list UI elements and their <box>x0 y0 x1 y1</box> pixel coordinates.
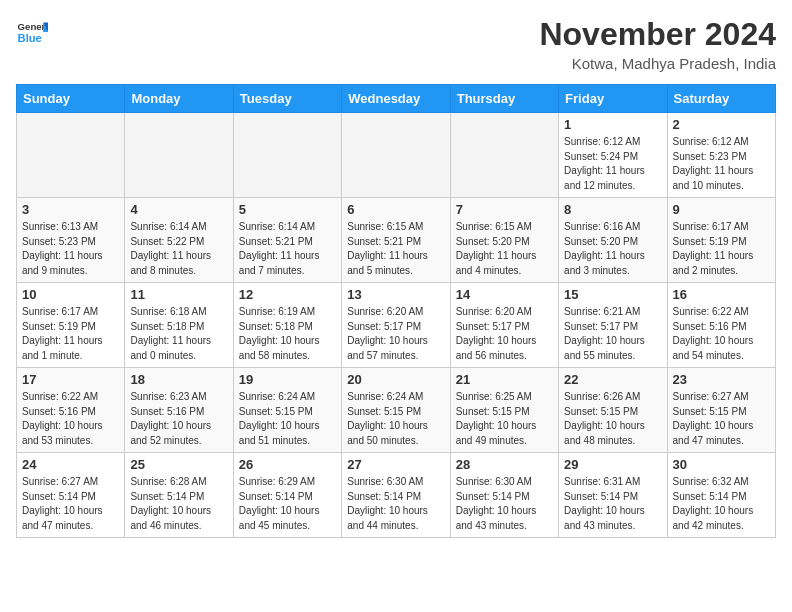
calendar-cell: 26Sunrise: 6:29 AMSunset: 5:14 PMDayligh… <box>233 453 341 538</box>
weekday-header-monday: Monday <box>125 85 233 113</box>
day-info: Sunrise: 6:13 AMSunset: 5:23 PMDaylight:… <box>22 220 119 278</box>
day-info: Sunrise: 6:17 AMSunset: 5:19 PMDaylight:… <box>673 220 770 278</box>
day-number: 5 <box>239 202 336 217</box>
calendar-cell: 9Sunrise: 6:17 AMSunset: 5:19 PMDaylight… <box>667 198 775 283</box>
calendar-cell: 20Sunrise: 6:24 AMSunset: 5:15 PMDayligh… <box>342 368 450 453</box>
day-number: 13 <box>347 287 444 302</box>
day-info: Sunrise: 6:30 AMSunset: 5:14 PMDaylight:… <box>347 475 444 533</box>
day-info: Sunrise: 6:24 AMSunset: 5:15 PMDaylight:… <box>347 390 444 448</box>
title-block: November 2024 Kotwa, Madhya Pradesh, Ind… <box>539 16 776 72</box>
calendar-table: SundayMondayTuesdayWednesdayThursdayFrid… <box>16 84 776 538</box>
calendar-cell: 25Sunrise: 6:28 AMSunset: 5:14 PMDayligh… <box>125 453 233 538</box>
calendar-cell: 22Sunrise: 6:26 AMSunset: 5:15 PMDayligh… <box>559 368 667 453</box>
day-info: Sunrise: 6:21 AMSunset: 5:17 PMDaylight:… <box>564 305 661 363</box>
calendar-week-1: 1Sunrise: 6:12 AMSunset: 5:24 PMDaylight… <box>17 113 776 198</box>
calendar-cell <box>450 113 558 198</box>
day-number: 11 <box>130 287 227 302</box>
month-title: November 2024 <box>539 16 776 53</box>
day-info: Sunrise: 6:22 AMSunset: 5:16 PMDaylight:… <box>22 390 119 448</box>
day-info: Sunrise: 6:12 AMSunset: 5:23 PMDaylight:… <box>673 135 770 193</box>
day-info: Sunrise: 6:23 AMSunset: 5:16 PMDaylight:… <box>130 390 227 448</box>
day-number: 29 <box>564 457 661 472</box>
calendar-cell: 12Sunrise: 6:19 AMSunset: 5:18 PMDayligh… <box>233 283 341 368</box>
calendar-cell: 15Sunrise: 6:21 AMSunset: 5:17 PMDayligh… <box>559 283 667 368</box>
day-info: Sunrise: 6:32 AMSunset: 5:14 PMDaylight:… <box>673 475 770 533</box>
day-info: Sunrise: 6:29 AMSunset: 5:14 PMDaylight:… <box>239 475 336 533</box>
calendar-cell <box>17 113 125 198</box>
location-title: Kotwa, Madhya Pradesh, India <box>539 55 776 72</box>
day-number: 26 <box>239 457 336 472</box>
weekday-header-saturday: Saturday <box>667 85 775 113</box>
day-info: Sunrise: 6:16 AMSunset: 5:20 PMDaylight:… <box>564 220 661 278</box>
calendar-cell: 11Sunrise: 6:18 AMSunset: 5:18 PMDayligh… <box>125 283 233 368</box>
weekday-header-thursday: Thursday <box>450 85 558 113</box>
calendar-cell: 23Sunrise: 6:27 AMSunset: 5:15 PMDayligh… <box>667 368 775 453</box>
day-number: 24 <box>22 457 119 472</box>
day-number: 22 <box>564 372 661 387</box>
calendar-cell: 10Sunrise: 6:17 AMSunset: 5:19 PMDayligh… <box>17 283 125 368</box>
calendar-cell: 8Sunrise: 6:16 AMSunset: 5:20 PMDaylight… <box>559 198 667 283</box>
calendar-cell: 3Sunrise: 6:13 AMSunset: 5:23 PMDaylight… <box>17 198 125 283</box>
day-number: 19 <box>239 372 336 387</box>
day-info: Sunrise: 6:18 AMSunset: 5:18 PMDaylight:… <box>130 305 227 363</box>
day-info: Sunrise: 6:20 AMSunset: 5:17 PMDaylight:… <box>347 305 444 363</box>
day-info: Sunrise: 6:27 AMSunset: 5:14 PMDaylight:… <box>22 475 119 533</box>
day-number: 16 <box>673 287 770 302</box>
calendar-cell: 16Sunrise: 6:22 AMSunset: 5:16 PMDayligh… <box>667 283 775 368</box>
day-number: 2 <box>673 117 770 132</box>
calendar-cell <box>125 113 233 198</box>
calendar-cell: 5Sunrise: 6:14 AMSunset: 5:21 PMDaylight… <box>233 198 341 283</box>
calendar-cell <box>233 113 341 198</box>
calendar-cell: 2Sunrise: 6:12 AMSunset: 5:23 PMDaylight… <box>667 113 775 198</box>
calendar-cell: 19Sunrise: 6:24 AMSunset: 5:15 PMDayligh… <box>233 368 341 453</box>
calendar-cell: 7Sunrise: 6:15 AMSunset: 5:20 PMDaylight… <box>450 198 558 283</box>
day-info: Sunrise: 6:15 AMSunset: 5:20 PMDaylight:… <box>456 220 553 278</box>
day-number: 14 <box>456 287 553 302</box>
calendar-cell: 4Sunrise: 6:14 AMSunset: 5:22 PMDaylight… <box>125 198 233 283</box>
calendar-cell: 30Sunrise: 6:32 AMSunset: 5:14 PMDayligh… <box>667 453 775 538</box>
logo-icon: General Blue <box>16 16 48 48</box>
day-number: 8 <box>564 202 661 217</box>
svg-text:Blue: Blue <box>18 32 42 44</box>
day-number: 28 <box>456 457 553 472</box>
day-info: Sunrise: 6:30 AMSunset: 5:14 PMDaylight:… <box>456 475 553 533</box>
calendar-week-5: 24Sunrise: 6:27 AMSunset: 5:14 PMDayligh… <box>17 453 776 538</box>
day-number: 7 <box>456 202 553 217</box>
day-number: 17 <box>22 372 119 387</box>
day-number: 25 <box>130 457 227 472</box>
day-number: 15 <box>564 287 661 302</box>
day-number: 18 <box>130 372 227 387</box>
day-number: 23 <box>673 372 770 387</box>
calendar-cell: 18Sunrise: 6:23 AMSunset: 5:16 PMDayligh… <box>125 368 233 453</box>
calendar-cell: 14Sunrise: 6:20 AMSunset: 5:17 PMDayligh… <box>450 283 558 368</box>
logo: General Blue <box>16 16 48 48</box>
day-info: Sunrise: 6:19 AMSunset: 5:18 PMDaylight:… <box>239 305 336 363</box>
weekday-header-tuesday: Tuesday <box>233 85 341 113</box>
day-info: Sunrise: 6:25 AMSunset: 5:15 PMDaylight:… <box>456 390 553 448</box>
weekday-header-friday: Friday <box>559 85 667 113</box>
weekday-header-row: SundayMondayTuesdayWednesdayThursdayFrid… <box>17 85 776 113</box>
day-number: 6 <box>347 202 444 217</box>
calendar-week-4: 17Sunrise: 6:22 AMSunset: 5:16 PMDayligh… <box>17 368 776 453</box>
day-number: 4 <box>130 202 227 217</box>
calendar-cell: 29Sunrise: 6:31 AMSunset: 5:14 PMDayligh… <box>559 453 667 538</box>
calendar-cell: 21Sunrise: 6:25 AMSunset: 5:15 PMDayligh… <box>450 368 558 453</box>
calendar-cell: 27Sunrise: 6:30 AMSunset: 5:14 PMDayligh… <box>342 453 450 538</box>
day-info: Sunrise: 6:28 AMSunset: 5:14 PMDaylight:… <box>130 475 227 533</box>
calendar-cell: 6Sunrise: 6:15 AMSunset: 5:21 PMDaylight… <box>342 198 450 283</box>
day-info: Sunrise: 6:17 AMSunset: 5:19 PMDaylight:… <box>22 305 119 363</box>
day-number: 10 <box>22 287 119 302</box>
calendar-cell <box>342 113 450 198</box>
day-info: Sunrise: 6:14 AMSunset: 5:21 PMDaylight:… <box>239 220 336 278</box>
day-number: 27 <box>347 457 444 472</box>
day-number: 12 <box>239 287 336 302</box>
day-number: 21 <box>456 372 553 387</box>
day-info: Sunrise: 6:20 AMSunset: 5:17 PMDaylight:… <box>456 305 553 363</box>
day-info: Sunrise: 6:31 AMSunset: 5:14 PMDaylight:… <box>564 475 661 533</box>
day-info: Sunrise: 6:24 AMSunset: 5:15 PMDaylight:… <box>239 390 336 448</box>
weekday-header-sunday: Sunday <box>17 85 125 113</box>
calendar-cell: 28Sunrise: 6:30 AMSunset: 5:14 PMDayligh… <box>450 453 558 538</box>
page-header: General Blue November 2024 Kotwa, Madhya… <box>16 16 776 72</box>
day-number: 9 <box>673 202 770 217</box>
day-info: Sunrise: 6:26 AMSunset: 5:15 PMDaylight:… <box>564 390 661 448</box>
